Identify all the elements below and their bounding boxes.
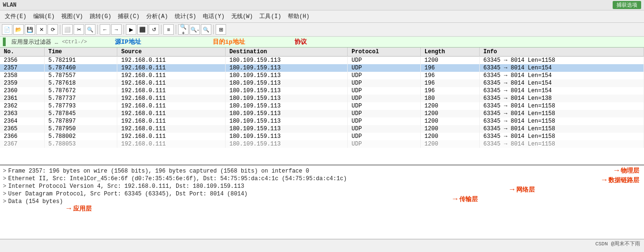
menu-capture[interactable]: 捕获(C) [115,11,142,21]
toolbar-options[interactable]: ≡ [163,24,174,35]
col-protocol: Protocol [348,48,421,57]
menu-file[interactable]: 文件(E) [2,11,29,21]
table-row[interactable]: 23615.787737192.168.0.111180.109.159.113… [0,95,644,102]
annotation-dst-ip: 目的ip地址 [213,38,245,46]
table-row[interactable]: 23575.787460192.168.0.111180.109.159.113… [0,64,644,72]
packet-table: No. Time Source Destination Protocol Len… [0,48,644,148]
window-title: WLAN [3,2,17,9]
menu-edit[interactable]: 编辑(E) [30,11,58,21]
detail-text-4: Data (154 bytes) [8,198,63,205]
table-row[interactable]: 23645.787897192.168.0.111180.109.159.113… [0,117,644,125]
expand-icon-0[interactable]: > [3,168,6,174]
filter-label: 应用显示过滤器 … [11,38,58,46]
detail-text-1: Ethernet II, Src: IntelCor_45:6e:6f (d0:… [8,175,347,182]
toolbar-go[interactable]: ▶ [126,24,136,35]
toolbar: 📄 📂 💾 ✕ ⟳ ⬜ ✂ 🔍 ← → ▶ ⬛ ↺ ≡ 🔍+ 🔍- 🔍 ⊞ [0,23,644,37]
toolbar-copy[interactable]: ⬜ [62,24,73,35]
detail-text-2: Internet Protocol Version 4, Src: 192.16… [8,183,244,190]
detail-panel: >Frame 2357: 196 bytes on wire (1568 bit… [0,165,644,239]
table-row[interactable]: 23665.788002192.168.0.111180.109.159.113… [0,133,644,140]
toolbar-forward[interactable]: → [111,24,122,35]
table-row[interactable]: 23625.787793192.168.0.111180.109.159.113… [0,102,644,110]
detail-row[interactable]: >Ethernet II, Src: IntelCor_45:6e:6f (d0… [3,175,641,183]
separator-6 [213,25,214,34]
col-time: Time [44,48,117,57]
toolbar-find[interactable]: 🔍 [85,24,95,35]
table-row[interactable]: 23635.787845192.168.0.111180.109.159.113… [0,110,644,117]
table-row[interactable]: 23565.782191192.168.0.111180.109.159.113… [0,57,644,65]
title-bar: WLAN 捕获选项 [0,0,644,10]
menu-telephony[interactable]: 电话(Y) [200,11,227,21]
menu-bar: 文件(E) 编辑(E) 视图(V) 跳转(G) 捕获(C) 分析(A) 统计(S… [0,10,644,23]
table-row[interactable]: 23595.787618192.168.0.111180.109.159.113… [0,79,644,87]
col-info: Info [479,48,644,57]
col-destination: Destination [225,48,347,57]
toolbar-zoom-in[interactable]: 🔍+ [178,24,189,35]
toolbar-back[interactable]: ← [100,24,110,35]
menu-tools[interactable]: 工具(I) [256,11,284,21]
toolbar-open[interactable]: 📂 [13,24,24,35]
table-row[interactable]: 23585.787557192.168.0.111180.109.159.113… [0,72,644,79]
table-row[interactable]: 23605.787672192.168.0.111180.109.159.113… [0,87,644,95]
menu-help[interactable]: 帮助(H) [285,11,313,21]
expand-icon-4[interactable]: > [3,198,6,205]
toolbar-cut[interactable]: ✂ [74,24,84,35]
toolbar-reload[interactable]: ⟳ [47,24,58,35]
separator-3 [123,25,124,34]
annotation-src-ip: 源IP地址 [115,38,141,46]
menu-analyze[interactable]: 分析(A) [143,11,171,21]
toolbar-close[interactable]: ✕ [36,24,47,35]
table-row[interactable]: 23675.788053192.168.0.111180.109.159.113… [0,140,644,148]
status-bar: CSDN @周末不下雨 [0,239,644,248]
status-label: CSDN @周末不下雨 [595,240,640,247]
separator-2 [97,25,98,34]
annotation-application: → 应用层 [66,204,92,213]
expand-icon-3[interactable]: > [3,191,6,197]
toolbar-save[interactable]: 💾 [25,24,35,35]
toolbar-restart[interactable]: ↺ [149,24,159,35]
detail-row[interactable]: >Frame 2357: 196 bytes on wire (1568 bit… [3,167,641,175]
filter-indicator [3,38,6,46]
filter-shortcut: <Ctrl-/> [62,39,87,45]
menu-view[interactable]: 视图(V) [58,11,86,21]
toolbar-zoom-normal[interactable]: 🔍 [201,24,211,35]
arrow-application: → [66,204,71,213]
col-length: Length [420,48,479,57]
toolbar-zoom-out[interactable]: 🔍- [189,24,200,35]
menu-go[interactable]: 跳转(G) [87,11,114,21]
table-row[interactable]: 23655.787950192.168.0.111180.109.159.113… [0,125,644,133]
filter-bar: 应用显示过滤器 … <Ctrl-/> 源IP地址 目的ip地址 协议 [0,37,644,48]
table-header: No. Time Source Destination Protocol Len… [0,48,644,57]
expand-icon-1[interactable]: > [3,175,6,182]
col-no: No. [0,48,44,57]
annotation-protocol: 协议 [294,38,307,46]
toolbar-stop[interactable]: ⬛ [137,24,148,35]
packet-table-container: No. Time Source Destination Protocol Len… [0,48,644,165]
separator-5 [176,25,176,34]
expand-icon-2[interactable]: > [3,183,6,190]
annotation-application-label: 应用层 [73,204,92,213]
detail-row[interactable]: >Data (154 bytes) [3,198,641,205]
menu-wireless[interactable]: 无线(W) [228,11,256,21]
detail-row[interactable]: >Internet Protocol Version 4, Src: 192.1… [3,183,641,190]
separator-4 [161,25,161,34]
detail-row[interactable]: >User Datagram Protocol, Src Port: 63345… [3,190,641,198]
col-source: Source [117,48,226,57]
capture-options-button[interactable]: 捕获选项 [613,1,641,9]
toolbar-layout[interactable]: ⊞ [216,24,226,35]
toolbar-new[interactable]: 📄 [2,24,12,35]
detail-text-3: User Datagram Protocol, Src Port: 63345 … [8,191,247,197]
menu-statistics[interactable]: 统计(S) [172,11,199,21]
detail-text-0: Frame 2357: 196 bytes on wire (1568 bits… [8,168,309,174]
separator-1 [60,25,60,34]
